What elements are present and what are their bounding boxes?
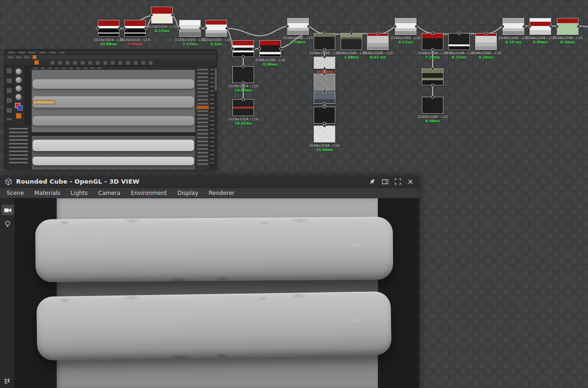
node-thumbnail[interactable] bbox=[395, 18, 417, 35]
node-port[interactable] bbox=[286, 25, 289, 28]
node-port[interactable] bbox=[431, 48, 435, 51]
node-thumbnail[interactable] bbox=[448, 33, 470, 50]
node-thumbnail[interactable] bbox=[557, 18, 579, 35]
scene-tree-icon[interactable] bbox=[4, 378, 11, 385]
node-port[interactable] bbox=[242, 65, 245, 68]
node-port[interactable] bbox=[323, 55, 326, 59]
node-thumbnail[interactable] bbox=[314, 74, 335, 91]
node-thumbnail[interactable] bbox=[314, 107, 335, 124]
node-port[interactable] bbox=[323, 102, 326, 105]
node-thumbnail[interactable] bbox=[259, 40, 281, 57]
node-port[interactable] bbox=[431, 84, 435, 87]
node-thumbnail[interactable] bbox=[205, 20, 227, 37]
menu-item-materials[interactable]: Materials bbox=[29, 190, 66, 196]
node-thumbnail[interactable] bbox=[287, 18, 309, 35]
graph-node[interactable]: 1024x1024 - L16 7.44ms bbox=[124, 20, 146, 46]
graph-node[interactable]: 2048x2048 - L16 0.16ms bbox=[557, 18, 579, 44]
graph-node[interactable]: 2048x2048 - L16 8.98ms bbox=[422, 97, 443, 123]
node-port[interactable] bbox=[242, 81, 245, 84]
menu-item-renderer[interactable]: Renderer bbox=[204, 190, 240, 196]
node-port[interactable] bbox=[279, 47, 282, 51]
node-port[interactable] bbox=[171, 14, 174, 17]
close-icon[interactable]: × bbox=[407, 178, 414, 186]
menu-item-display[interactable]: Display bbox=[172, 190, 204, 196]
viewport-3d[interactable] bbox=[15, 198, 419, 388]
node-thumbnail[interactable] bbox=[529, 18, 551, 35]
node-port[interactable] bbox=[431, 95, 435, 99]
graph-node[interactable]: 1024x1024 - L16 5.3ms bbox=[205, 20, 227, 46]
node-port[interactable] bbox=[323, 67, 326, 70]
node-thumbnail[interactable] bbox=[422, 33, 443, 50]
maximize-icon[interactable] bbox=[394, 178, 401, 186]
node-port[interactable] bbox=[178, 27, 181, 30]
menu-item-camera[interactable]: Camera bbox=[93, 190, 126, 196]
node-port[interactable] bbox=[307, 25, 310, 28]
node-thumbnail[interactable] bbox=[314, 126, 335, 143]
node-port[interactable] bbox=[123, 27, 126, 30]
node-thumbnail[interactable] bbox=[314, 92, 335, 104]
node-port[interactable] bbox=[323, 48, 326, 51]
node-port[interactable] bbox=[431, 67, 435, 70]
node-port[interactable] bbox=[150, 14, 153, 17]
graph-node[interactable]: 2048x2048 - L16 0.34ms bbox=[259, 40, 281, 67]
node-thumbnail[interactable] bbox=[151, 7, 173, 24]
embedded-app-screenshot[interactable] bbox=[5, 50, 217, 169]
node-port[interactable] bbox=[415, 25, 418, 28]
light-bulb-button[interactable] bbox=[4, 220, 11, 228]
graph-node[interactable]: 2048x2048 - L16 0.11ms bbox=[395, 18, 417, 44]
node-thumbnail[interactable] bbox=[98, 20, 119, 37]
node-port[interactable] bbox=[258, 47, 261, 51]
node-port[interactable] bbox=[376, 32, 380, 35]
node-thumbnail[interactable] bbox=[314, 57, 335, 69]
node-port[interactable] bbox=[323, 72, 326, 76]
node-port[interactable] bbox=[96, 27, 100, 30]
node-port[interactable] bbox=[252, 47, 256, 51]
node-port[interactable] bbox=[323, 124, 326, 127]
node-thumbnail[interactable] bbox=[232, 66, 254, 83]
node-port[interactable] bbox=[549, 25, 553, 28]
node-port[interactable] bbox=[458, 32, 461, 35]
node-thumbnail[interactable] bbox=[341, 33, 362, 50]
graph-node[interactable] bbox=[314, 92, 335, 105]
node-thumbnail[interactable] bbox=[179, 20, 201, 37]
node-port[interactable] bbox=[350, 32, 353, 35]
graph-canvas[interactable]: 1024x1024 - L16 10.88ms 1024x1024 - L16 … bbox=[0, 0, 588, 388]
graph-node[interactable]: 1024x1024 - L16 14.87ms bbox=[232, 99, 254, 126]
node-port[interactable] bbox=[204, 27, 207, 30]
viewer-titlebar[interactable]: Rounded Cube - OpenGL - 3D VIEW × bbox=[0, 176, 419, 188]
node-thumbnail[interactable] bbox=[232, 40, 254, 57]
camera-button[interactable] bbox=[1, 205, 14, 215]
node-port[interactable] bbox=[393, 25, 397, 28]
node-thumbnail[interactable] bbox=[503, 18, 524, 35]
node-thumbnail[interactable] bbox=[232, 99, 254, 116]
node-port[interactable] bbox=[323, 105, 326, 109]
menu-item-lights[interactable]: Lights bbox=[66, 190, 93, 196]
dock-icon[interactable] bbox=[381, 178, 389, 186]
node-port[interactable] bbox=[323, 32, 326, 35]
pin-icon[interactable] bbox=[368, 178, 376, 186]
node-port[interactable] bbox=[577, 25, 580, 28]
node-port[interactable] bbox=[225, 27, 229, 30]
graph-node[interactable] bbox=[232, 40, 254, 58]
graph-node[interactable]: 167.9ms bbox=[314, 57, 335, 74]
graph-node[interactable]: 2048x2048 - L16 0.19ms bbox=[287, 18, 309, 44]
node-port[interactable] bbox=[501, 25, 504, 28]
node-thumbnail[interactable] bbox=[422, 68, 443, 85]
node-port[interactable] bbox=[242, 55, 245, 59]
graph-node[interactable]: 1024x1024 - L16 0.17ms bbox=[151, 7, 173, 33]
node-port[interactable] bbox=[242, 98, 245, 101]
node-port[interactable] bbox=[522, 25, 526, 28]
node-port[interactable] bbox=[555, 25, 559, 28]
graph-node[interactable] bbox=[314, 107, 335, 125]
graph-node[interactable] bbox=[314, 74, 335, 92]
node-port[interactable] bbox=[485, 32, 488, 35]
node-port[interactable] bbox=[199, 27, 202, 30]
menu-item-environment[interactable]: Environment bbox=[126, 190, 172, 196]
graph-node[interactable] bbox=[422, 68, 443, 86]
graph-node[interactable]: 2048x2048 - L16 13.96ms bbox=[314, 126, 335, 152]
node-port[interactable] bbox=[431, 32, 435, 35]
node-port[interactable] bbox=[528, 25, 531, 28]
node-port[interactable] bbox=[118, 27, 121, 30]
node-thumbnail[interactable] bbox=[314, 33, 335, 50]
node-port[interactable] bbox=[323, 90, 326, 93]
